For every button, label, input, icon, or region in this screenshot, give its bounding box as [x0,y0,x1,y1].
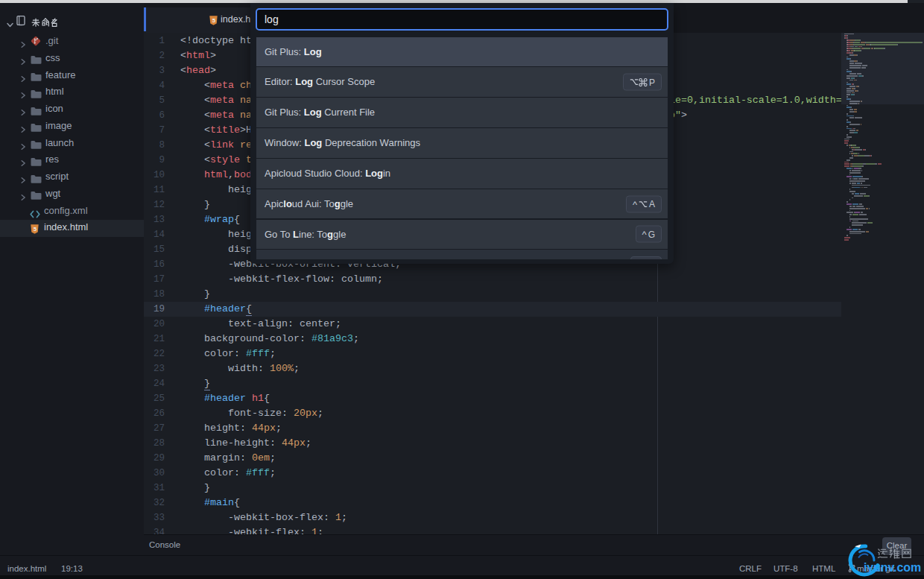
svg-text:5: 5 [34,227,37,233]
